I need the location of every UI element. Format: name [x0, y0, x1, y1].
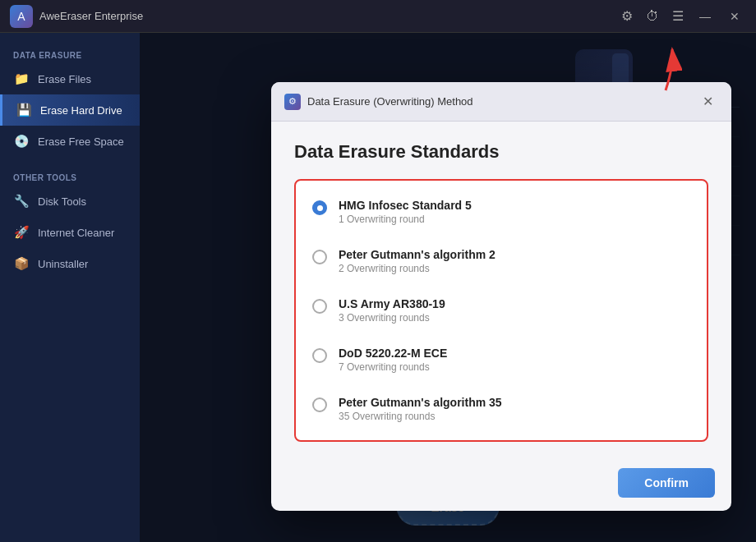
dialog-footer: Confirm	[271, 458, 731, 511]
erase-free-space-icon: 💿	[13, 133, 30, 149]
standard-name-peter35: Peter Gutmann's algorithm 35	[339, 396, 502, 409]
other-tools-section-label: OTHER TOOLS	[0, 168, 140, 186]
app-logo: A	[10, 5, 33, 28]
standard-name-us-army: U.S Army AR380-19	[339, 297, 445, 310]
standard-desc-dod: 7 Overwriting rounds	[339, 361, 447, 373]
sidebar-item-erase-hard-drive-label: Erase Hard Drive	[40, 104, 122, 117]
confirm-button[interactable]: Confirm	[618, 468, 715, 498]
radio-us-army[interactable]	[312, 299, 327, 314]
standards-list: HMG Infosec Standard 5 1 Overwriting rou…	[294, 179, 708, 442]
title-bar-controls: ⚙ ⏱ ☰ — ✕	[618, 5, 746, 28]
app-title: AweEraser Enterprise	[39, 10, 618, 22]
sidebar-item-internet-cleaner[interactable]: 🚀 Internet Cleaner	[0, 217, 140, 248]
standard-desc-us-army: 3 Overwriting rounds	[339, 312, 445, 324]
standard-item-hmg[interactable]: HMG Infosec Standard 5 1 Overwriting rou…	[296, 187, 707, 237]
dialog-title-icon: ⚙	[284, 94, 301, 110]
standard-desc-peter35: 35 Overwriting rounds	[339, 411, 502, 422]
main-layout: DATA ERASURE 📁 Erase Files 💾 Erase Hard …	[0, 33, 756, 542]
sidebar-item-erase-hard-drive[interactable]: 💾 Erase Hard Drive	[0, 94, 140, 126]
history-icon[interactable]: ⏱	[643, 6, 662, 27]
dialog-close-button[interactable]: ✕	[698, 92, 718, 111]
data-erasure-dialog: ⚙ Data Erasure (Overwriting) Method ✕ Da…	[271, 82, 731, 511]
internet-cleaner-icon: 🚀	[13, 224, 30, 241]
dialog-body: Data Erasure Standards HMG Infosec Stand…	[271, 122, 731, 458]
erase-files-icon: 📁	[13, 71, 30, 87]
standard-item-dod[interactable]: DoD 5220.22-M ECE 7 Overwriting rounds	[296, 335, 707, 384]
sidebar-item-internet-cleaner-label: Internet Cleaner	[38, 227, 114, 239]
radio-hmg[interactable]	[312, 200, 327, 215]
standard-item-us-army[interactable]: U.S Army AR380-19 3 Overwriting rounds	[296, 286, 707, 335]
dialog-title-text: Data Erasure (Overwriting) Method	[307, 95, 691, 108]
dialog-heading: Data Erasure Standards	[294, 141, 708, 163]
standard-item-peter35[interactable]: Peter Gutmann's algorithm 35 35 Overwrit…	[296, 384, 707, 434]
standard-desc-peter2: 2 Overwriting rounds	[339, 263, 496, 274]
standard-name-hmg: HMG Infosec Standard 5	[339, 199, 472, 212]
sidebar-item-disk-tools-label: Disk Tools	[38, 195, 86, 208]
sidebar-item-erase-free-space-label: Erase Free Space	[38, 136, 124, 148]
close-button[interactable]: ✕	[723, 5, 746, 28]
sidebar: DATA ERASURE 📁 Erase Files 💾 Erase Hard …	[0, 33, 140, 542]
uninstaller-icon: 📦	[13, 255, 30, 272]
radio-peter2[interactable]	[312, 250, 327, 264]
sidebar-item-erase-free-space[interactable]: 💿 Erase Free Space	[0, 126, 140, 157]
standard-desc-hmg: 1 Overwriting round	[339, 214, 472, 225]
standard-item-peter2[interactable]: Peter Gutmann's algorithm 2 2 Overwritin…	[296, 237, 707, 286]
minimize-button[interactable]: —	[694, 5, 717, 28]
dialog-title-bar: ⚙ Data Erasure (Overwriting) Method ✕	[271, 82, 731, 122]
sidebar-item-uninstaller[interactable]: 📦 Uninstaller	[0, 248, 140, 279]
data-erasure-section-label: DATA ERASURE	[0, 46, 140, 63]
radio-dod[interactable]	[312, 348, 327, 363]
settings-icon[interactable]: ⚙	[618, 5, 636, 27]
erase-hard-drive-icon: 💾	[16, 102, 32, 118]
sidebar-item-uninstaller-label: Uninstaller	[38, 258, 88, 270]
sidebar-item-erase-files-label: Erase Files	[38, 73, 91, 85]
menu-icon[interactable]: ☰	[669, 5, 687, 27]
radio-peter35[interactable]	[312, 397, 327, 412]
content-area: Free Size 11.27 GB 19.81 GB 97.97 GB 81.…	[140, 33, 756, 542]
standard-name-peter2: Peter Gutmann's algorithm 2	[339, 248, 496, 261]
disk-tools-icon: 🔧	[13, 193, 30, 209]
sidebar-item-erase-files[interactable]: 📁 Erase Files	[0, 63, 140, 94]
standard-name-dod: DoD 5220.22-M ECE	[339, 347, 447, 360]
title-bar: A AweEraser Enterprise ⚙ ⏱ ☰ — ✕	[0, 0, 756, 33]
sidebar-item-disk-tools[interactable]: 🔧 Disk Tools	[0, 186, 140, 217]
